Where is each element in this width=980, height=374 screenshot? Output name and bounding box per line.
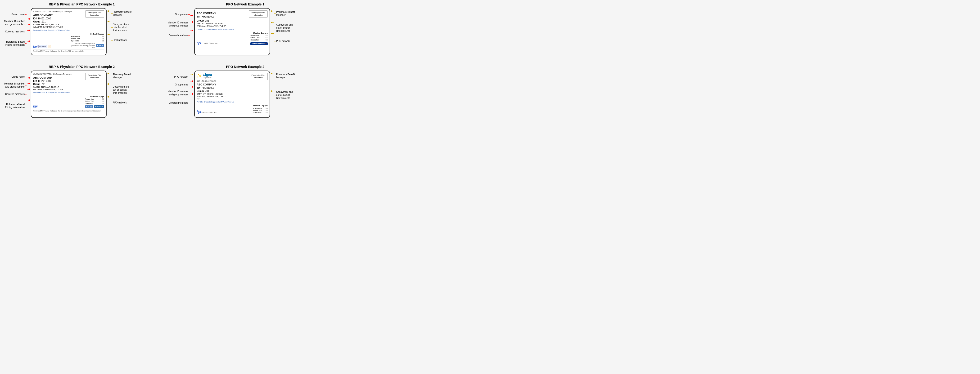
rbp2-label-member: Member ID numberand group number xyxy=(2,82,26,88)
rbp2-rx-box: Prescription PlanInformation xyxy=(85,73,104,80)
ppo1-label-group-name: Group name xyxy=(166,13,189,16)
ppo1-rx-box: Prescription PlanInformation xyxy=(249,10,268,17)
rbp2-footer-note: Providers MUST review the back of this I… xyxy=(33,110,104,112)
ppo2-dot-group xyxy=(192,81,193,82)
rbp2-label-covered: Covered members xyxy=(2,93,26,96)
right-connector-dots xyxy=(108,8,110,35)
insurance-card-ppo2: ✨ Cigna Cigna PPO Call HPI for coverage … xyxy=(194,71,270,118)
fairos-logo: FAIROS xyxy=(38,45,47,48)
rbp2-copays-title: Medical Copays xyxy=(85,95,104,98)
ppo1-dot-member xyxy=(192,21,193,23)
rbp-example-1-card-area: Group name Member ID numberand group num… xyxy=(2,8,161,55)
ppo1-medical-copays: Medical Copays Preventive$$ Office Visit… xyxy=(250,32,268,41)
ppo-example-2-section: PPO Network Example 2 PPO network Group … xyxy=(166,65,325,118)
dot-group-name xyxy=(29,18,30,20)
ppo2-left-labels: PPO network Group name Member ID numbera… xyxy=(166,71,189,107)
rbp2-dot-member xyxy=(29,83,30,84)
card-provider: Provider Check-in Support: hpiTPA.com/fi… xyxy=(33,29,85,31)
rbp2-logos: hpi . xyxy=(33,105,38,108)
rbp2-group-name: ABC COMPANY xyxy=(33,76,85,79)
rbp2-call-line: Call 888-275-3775 for Pathways Concierge xyxy=(33,73,85,75)
ppo2-members: SMITH: THOMAS, NICOLEWILLIAM, SAMANTHA, … xyxy=(197,93,249,100)
ppo1-hpi-tagline: | Health Plans, Inc. xyxy=(202,42,218,44)
rbp2-rx-title: Prescription PlanInformation xyxy=(88,74,102,79)
card-call-line: Call 888-275-3775 for Pathways Concierge xyxy=(33,10,85,13)
ppo1-label-pbm: Pharmacy BenefitManager xyxy=(275,10,301,17)
ppo2-label-pbm: Pharmacy BenefitManager xyxy=(275,73,301,79)
main-grid: RBP & Physician PPO Network Example 1 Gr… xyxy=(2,2,325,123)
hpi-logo: hpi xyxy=(33,44,37,48)
rbp2-label-ppo: PPO network xyxy=(111,101,137,104)
rbp2-left-dots xyxy=(27,71,30,101)
medical-copays: Medical Copays Preventive$$ Office Visit… xyxy=(71,33,104,42)
label-member-id: Member ID numberand group number xyxy=(2,20,26,26)
ppo1-dot-covered xyxy=(192,30,193,31)
ppo2-logos: hpi | Health Plans, Inc. xyxy=(197,110,218,114)
phcs-badge: ✦PHCS xyxy=(96,44,104,47)
rbp2-hpi-dot: . xyxy=(38,106,38,108)
dot-covered-members xyxy=(29,30,30,31)
ppo1-left-labels: Group name Member ID numberand group num… xyxy=(166,8,189,40)
ppo2-call-line: Call HPI for coverage xyxy=(197,80,249,82)
ppo1-group-name: ABC COMPANY xyxy=(197,12,249,15)
ppo2-label-ppo-net: PPO network xyxy=(166,75,189,78)
card-members: SMITH: THOMAS, NICOLEWILLIAM, SAMANTHA, … xyxy=(33,24,85,28)
left-labels: Group name Member ID numberand group num… xyxy=(2,8,26,49)
label-pbm: Pharmacy BenefitManager xyxy=(111,10,137,17)
ppo2-id: ID# HHZ010000 xyxy=(197,87,249,89)
ppo1-group: Group Z01 xyxy=(197,19,249,22)
rbp2-hpi-logo: hpi xyxy=(33,105,37,108)
uhc-logo: UnitedHealthcare® xyxy=(250,42,268,45)
rbp2-label-rbp: Reference-BasedPricing information xyxy=(2,103,26,109)
insurance-card-rbp2: Call 888-275-3775 for Pathways Concierge… xyxy=(31,71,107,118)
rbp-example-2-section: RBP & Physician PPO Network Example 2 Gr… xyxy=(2,65,161,118)
rbp2-members: SMITH: THOMAS, NICOLEWILLIAM, SAMANTHA, … xyxy=(33,86,85,91)
ppo2-copays-title: Medical Copays xyxy=(253,105,268,107)
ppo2-hpi-logo: hpi xyxy=(197,110,201,114)
rbp2-provider: Provider Check-in Support: hpiTPA.com/fi… xyxy=(33,92,85,94)
rx-title: Prescription PlanInformation xyxy=(88,12,102,16)
ppo1-hpi-logo: hpi xyxy=(197,41,201,45)
ppo1-right-labels: Pharmacy BenefitManager Copayment andout… xyxy=(275,8,301,43)
ppo1-card-footer-right: Medical Copays Preventive$$ Office Visit… xyxy=(250,32,268,45)
ppo2-copays: Medical Copays Preventive$$ Office Visit… xyxy=(253,105,268,114)
omega-logo: Ω xyxy=(48,45,51,48)
rbp2-right-labels: Pharmacy BenefitManager Copayment andout… xyxy=(111,71,137,104)
ppo2-label-group: Group name xyxy=(166,83,189,86)
ppo1-dot-group xyxy=(192,15,193,16)
card-id: ID# HHZ010000 xyxy=(33,17,85,20)
rbp2-dot-group xyxy=(29,77,30,79)
ppo2-footer-right: Medical Copays Preventive$$ Office Visit… xyxy=(253,105,268,114)
ppo1-right-dots xyxy=(271,8,274,34)
ppo2-group-name: ABC COMPANY xyxy=(197,83,249,86)
rbp2-copays: Medical Copays Preventive$$ Office Visit… xyxy=(85,95,104,105)
ppo1-logos: hpi | Health Plans, Inc. xyxy=(197,41,218,45)
ppo1-label-copay: Copayment andout-of-pocketlimit amounts xyxy=(275,23,301,32)
rbp2-dot-rbp xyxy=(29,100,30,101)
ppo1-id: ID# HHZ010000 xyxy=(197,15,249,18)
ppo-example-1-card-area: Group name Member ID numberand group num… xyxy=(166,8,325,55)
ppo-example-2-title: PPO Network Example 2 xyxy=(166,65,325,69)
rbp2-group: Group Z01 xyxy=(33,83,85,86)
rbp2-right-dots xyxy=(108,71,110,98)
rbp-example-1-section: RBP & Physician PPO Network Example 1 Gr… xyxy=(2,2,161,55)
ppo-example-2-card-area: PPO network Group name Member ID numbera… xyxy=(166,71,325,118)
ppo-example-1-section: PPO Network Example 1 Group name Member … xyxy=(166,2,325,55)
ppo1-copays-title: Medical Copays xyxy=(250,32,268,34)
ppo2-group: Group Z01 xyxy=(197,90,249,92)
ppo2-dot-covered xyxy=(192,93,193,95)
rbp-example-2-title: RBP & Physician PPO Network Example 2 xyxy=(2,65,161,69)
label-group-name: Group name xyxy=(2,13,26,16)
ppo2-right-dots xyxy=(271,71,274,92)
ppo2-dot-ppo-net xyxy=(192,74,193,75)
ppo2-hpi-tagline: | Health Plans, Inc. xyxy=(202,111,218,113)
ppo2-label-member: Member ID numberand group number xyxy=(166,90,189,96)
cigna-brand: Cigna xyxy=(203,73,212,77)
ppo1-members: SMITH: THOMAS, NICOLEWILLIAM, SAMANTHA, … xyxy=(197,22,249,27)
copays-title: Medical Copays xyxy=(71,33,104,35)
rbp2-dot-covered xyxy=(29,89,30,90)
left-connector-dots xyxy=(27,8,30,42)
label-rbp: Reference-BasedPricing information xyxy=(2,40,26,46)
label-ppo: PPO network xyxy=(111,39,137,42)
ppo-example-1-title: PPO Network Example 1 xyxy=(166,2,325,6)
